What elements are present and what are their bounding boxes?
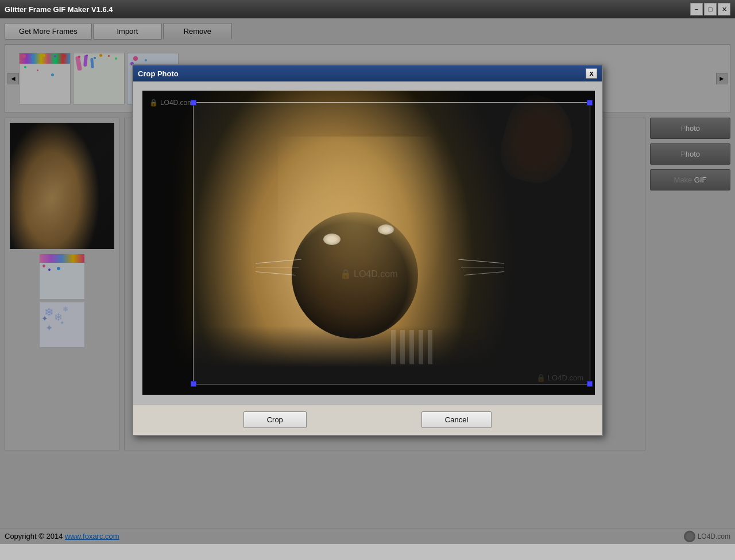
crop-close-button[interactable]: x	[586, 68, 597, 79]
crop-dialog-title-text: Crop Photo	[138, 69, 179, 78]
crop-handle-bottom-right[interactable]	[587, 381, 593, 387]
crop-handle-top-left[interactable]	[191, 100, 196, 106]
minimize-button[interactable]: −	[690, 3, 703, 15]
crop-dialog-titlebar: Crop Photo x	[133, 65, 602, 81]
app-body: Get More Frames Import Remove ◄	[0, 18, 735, 544]
crop-button[interactable]: Crop	[243, 411, 307, 428]
crop-selection-box[interactable]	[193, 102, 590, 384]
app-title: Glitter Frame GIF Maker V1.6.4	[5, 5, 113, 14]
title-bar: Glitter Frame GIF Maker V1.6.4 − □ ✕	[0, 0, 735, 18]
close-button[interactable]: ✕	[718, 3, 730, 15]
crop-handle-top-right[interactable]	[587, 100, 593, 106]
maximize-button[interactable]: □	[704, 3, 717, 15]
crop-image-container: 🔒 LO4D.com 🔒 LO4D.com 🔒 LO4D.com	[142, 91, 595, 395]
title-bar-buttons: − □ ✕	[690, 3, 730, 15]
modal-overlay: Crop Photo x	[0, 18, 735, 544]
crop-buttons-area: Crop Cancel	[133, 404, 602, 435]
crop-image-area: 🔒 LO4D.com 🔒 LO4D.com 🔒 LO4D.com	[133, 81, 602, 404]
crop-handle-bottom-left[interactable]	[191, 381, 196, 387]
crop-dialog: Crop Photo x	[132, 64, 603, 436]
cancel-button[interactable]: Cancel	[421, 411, 492, 428]
